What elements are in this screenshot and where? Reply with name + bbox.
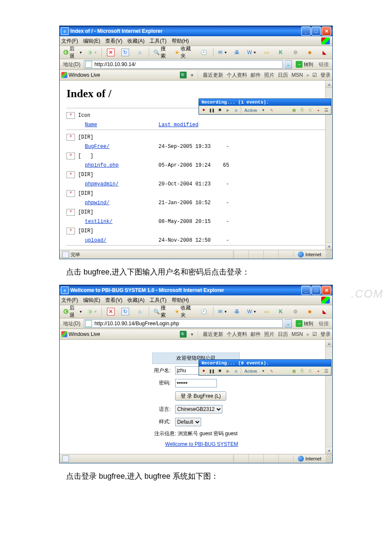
print-button[interactable]: 🖶 bbox=[231, 306, 243, 317]
tool3-icon[interactable]: ⎌ bbox=[307, 107, 314, 113]
ext-messenger-button[interactable]: ☻ bbox=[303, 306, 316, 317]
refresh-button[interactable]: ↻ bbox=[119, 306, 132, 317]
menu-view[interactable]: 查看(V) bbox=[105, 38, 122, 45]
minimize-button[interactable]: _ bbox=[301, 286, 311, 295]
live-search-icon[interactable]: 🔍 bbox=[180, 72, 187, 78]
menu-help[interactable]: 帮助(H) bbox=[172, 297, 189, 304]
go-button[interactable]: →转到 bbox=[294, 319, 315, 328]
link-phpwind[interactable]: phpwind/ bbox=[85, 200, 110, 206]
address-field[interactable] bbox=[84, 319, 283, 328]
forward-button[interactable]: ▼ bbox=[86, 47, 99, 58]
stop-record-icon[interactable]: ■ bbox=[216, 367, 223, 374]
tool4-icon[interactable]: ✦ bbox=[315, 367, 322, 374]
close-button[interactable]: ✕ bbox=[322, 26, 331, 36]
ext-gear-button[interactable]: ⚙ bbox=[289, 47, 302, 58]
ext-snag-button[interactable]: ◣ bbox=[318, 306, 331, 317]
style-select[interactable]: Default bbox=[175, 418, 201, 426]
links-label[interactable]: 链接 bbox=[317, 61, 331, 68]
menu-edit[interactable]: 编辑(E) bbox=[83, 297, 100, 304]
maximize-button[interactable]: □ bbox=[311, 26, 321, 36]
link-phpmyadmin[interactable]: phpmyadmin/ bbox=[85, 181, 118, 187]
live-photo[interactable]: 照片 bbox=[264, 72, 274, 79]
home-button[interactable]: ⌂ bbox=[133, 306, 146, 317]
live-recent[interactable]: 最近更新 bbox=[203, 331, 223, 338]
url-input[interactable] bbox=[94, 61, 282, 68]
link-testlink[interactable]: testlink/ bbox=[85, 219, 112, 225]
live-msn[interactable]: MSN bbox=[291, 331, 303, 337]
language-select[interactable]: ChineseGB2312 bbox=[175, 405, 222, 413]
search-button[interactable]: 🔍搜索 bbox=[152, 306, 171, 317]
record-icon[interactable]: ● bbox=[200, 107, 207, 113]
tool2-icon[interactable]: ⎘ bbox=[299, 107, 306, 113]
stop-button[interactable]: ✕ bbox=[104, 306, 117, 317]
menu-help[interactable]: 帮助(H) bbox=[172, 38, 189, 45]
action-drop-icon[interactable]: ▼ bbox=[260, 367, 267, 374]
live-recent[interactable]: 最近更新 bbox=[203, 72, 223, 79]
tool3-icon[interactable]: ⎌ bbox=[307, 367, 314, 374]
history-button[interactable]: 🕘 bbox=[198, 47, 210, 58]
resize-grip[interactable] bbox=[326, 250, 332, 259]
links-label[interactable]: 链接 bbox=[317, 320, 331, 327]
minimize-button[interactable]: _ bbox=[301, 26, 311, 36]
live-profile[interactable]: 个人资料 bbox=[227, 72, 247, 79]
windows-live-logo[interactable]: Windows Live bbox=[61, 72, 100, 78]
back-button[interactable]: 后退▼ bbox=[61, 47, 84, 58]
menu-favorites[interactable]: 收藏(A) bbox=[127, 38, 144, 45]
live-mail[interactable]: 邮件 bbox=[251, 331, 261, 338]
gear-record-icon[interactable]: ✿ bbox=[233, 107, 239, 113]
tool1-icon[interactable]: ▦ bbox=[291, 107, 297, 113]
favorites-button[interactable]: ★收藏夹 bbox=[173, 47, 196, 58]
scroll-up-icon[interactable]: ▴ bbox=[326, 81, 332, 88]
ext-k-button[interactable]: K bbox=[274, 47, 287, 58]
col-name[interactable]: Name bbox=[85, 122, 97, 128]
live-photo[interactable]: 照片 bbox=[264, 331, 274, 338]
scroll-down-icon[interactable]: ▾ bbox=[326, 447, 332, 454]
menu-view[interactable]: 查看(V) bbox=[105, 297, 122, 304]
col-modified[interactable]: Last modified bbox=[159, 122, 199, 128]
action-drop-icon[interactable]: ▼ bbox=[260, 107, 267, 113]
menu-tools[interactable]: 工具(T) bbox=[150, 297, 166, 304]
scrollbar[interactable]: ▴ ▾ bbox=[325, 340, 332, 454]
back-button[interactable]: 后退▼ bbox=[61, 306, 84, 317]
menu-file[interactable]: 文件(F) bbox=[61, 38, 78, 45]
ext-k-button[interactable]: K bbox=[274, 306, 287, 317]
print-button[interactable]: 🖶 bbox=[231, 47, 243, 58]
live-search-drop[interactable]: ▾ bbox=[190, 332, 194, 337]
recording-toolbar[interactable]: Recording... (6 events). ● ❚❚ ■ ▶ ✿ Acti… bbox=[199, 359, 331, 376]
go-button[interactable]: →转到 bbox=[294, 60, 315, 69]
home-button[interactable]: ⌂ bbox=[133, 47, 146, 58]
wand-icon[interactable]: ✎ bbox=[268, 107, 275, 113]
maximize-button[interactable]: □ bbox=[311, 286, 321, 295]
chevron-more-icon[interactable]: » bbox=[306, 72, 309, 78]
ext-messenger-button[interactable]: ☻ bbox=[303, 47, 316, 58]
research-button[interactable]: ▭ bbox=[260, 47, 273, 58]
link-upload[interactable]: upload/ bbox=[85, 237, 106, 243]
live-mail[interactable]: 邮件 bbox=[251, 72, 261, 79]
action-label[interactable]: Action bbox=[242, 107, 259, 113]
stop-button[interactable]: ✕ bbox=[104, 47, 117, 58]
play-icon[interactable]: ▶ bbox=[225, 107, 231, 113]
stop-record-icon[interactable]: ■ bbox=[216, 107, 223, 113]
menu-favorites[interactable]: 收藏(A) bbox=[127, 297, 144, 304]
menu-tools[interactable]: 工具(T) bbox=[150, 38, 166, 45]
pause-icon[interactable]: ❚❚ bbox=[208, 107, 215, 113]
play-icon[interactable]: ▶ bbox=[225, 367, 231, 374]
gear-record-icon[interactable]: ✿ bbox=[233, 367, 239, 374]
live-msn[interactable]: MSN bbox=[291, 72, 303, 78]
windows-live-logo[interactable]: Windows Live bbox=[61, 331, 100, 337]
live-search-drop[interactable]: ▾ bbox=[190, 72, 194, 78]
tool4-icon[interactable]: ✦ bbox=[315, 107, 322, 113]
password-input[interactable] bbox=[175, 379, 217, 387]
address-field[interactable] bbox=[84, 60, 283, 69]
refresh-button[interactable]: ↻ bbox=[119, 47, 132, 58]
history-button[interactable]: 🕘 bbox=[198, 306, 210, 317]
tool5-icon[interactable]: ☰ bbox=[323, 107, 330, 113]
pause-icon[interactable]: ❚❚ bbox=[208, 367, 215, 374]
mail-button[interactable]: ✉▼ bbox=[216, 306, 229, 317]
live-profile[interactable]: 个人资料 bbox=[227, 331, 247, 338]
tool2-icon[interactable]: ⎘ bbox=[299, 367, 306, 374]
wand-icon[interactable]: ✎ bbox=[268, 367, 275, 374]
ext-snag-button[interactable]: ◣ bbox=[318, 47, 331, 58]
tool5-icon[interactable]: ☰ bbox=[323, 367, 330, 374]
address-dropdown[interactable]: ⌄ bbox=[285, 60, 292, 69]
